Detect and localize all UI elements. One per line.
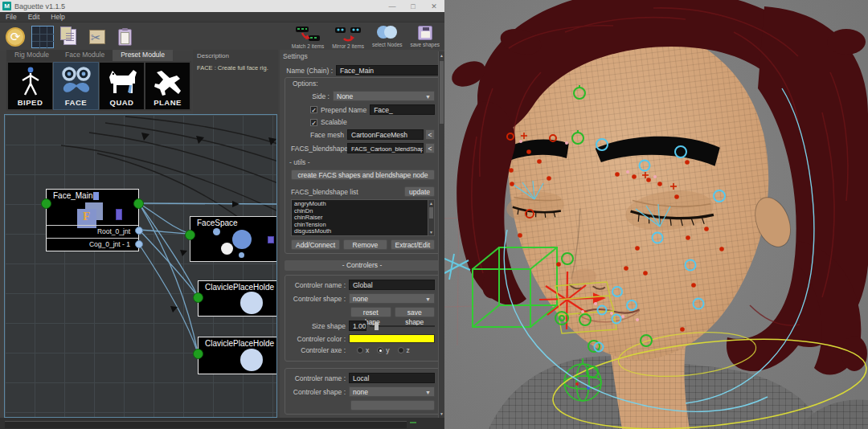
controller-shape-dropdown[interactable]: none▼ (349, 386, 435, 397)
face-mesh-input[interactable]: CartoonFaceMesh (347, 129, 424, 140)
node-clavicle-1[interactable]: ClaviclePlaceHolde (198, 280, 277, 317)
facs-blendshape-list[interactable]: angryMouth chinDn chinRaiser chinTension… (291, 199, 435, 236)
settings-header: Settings (280, 50, 444, 62)
save-shape-button[interactable]: save shape (395, 307, 436, 317)
extract-edit-button[interactable]: Extract/Edit (391, 239, 435, 250)
root-jnt-port[interactable] (135, 227, 143, 235)
facs-pick-button[interactable]: < (425, 143, 435, 153)
controller-color-swatch[interactable] (349, 334, 435, 343)
node-face-space[interactable]: FaceSpace (190, 216, 277, 262)
scroll-down-icon[interactable]: ▼ (428, 230, 434, 235)
grid-tool-button[interactable] (31, 25, 55, 49)
controller-shape-label: Controler shape : (291, 388, 349, 396)
create-facs-button[interactable]: create FACS shapes and blendshape node (291, 170, 435, 180)
controller-shape-dropdown[interactable]: none▼ (349, 293, 435, 304)
biped-icon (18, 66, 43, 98)
list-scrollbar[interactable]: ▲ ▼ (428, 200, 434, 235)
minimize-button[interactable]: — (382, 0, 403, 12)
shape-dot (240, 292, 263, 314)
cog-jnt-port[interactable] (135, 240, 143, 248)
output-port[interactable] (133, 198, 144, 209)
shape-dot (232, 230, 252, 249)
save-shapes-button[interactable]: save shapes (411, 26, 440, 47)
utils-label: - utils - (289, 158, 438, 166)
module-tabs: Rig Module Face Module Preset Module (6, 50, 191, 61)
menu-help[interactable]: Help (45, 13, 70, 21)
menu-edit[interactable]: Edit (23, 13, 46, 21)
biped-module-button[interactable]: BIPED (8, 63, 52, 109)
chevron-down-icon: ▼ (425, 387, 431, 396)
copy-button[interactable] (58, 25, 82, 49)
node-editor-canvas[interactable]: Face_Main F Root_0_jnt Cog_0_jnt - 1 Fac… (4, 114, 277, 418)
input-port[interactable] (193, 292, 203, 303)
update-button[interactable]: update (404, 186, 435, 197)
shape-dot (221, 243, 233, 255)
cut-button[interactable]: ✂ (85, 25, 109, 49)
tab-face-module[interactable]: Face Module (57, 50, 113, 61)
input-port[interactable] (41, 198, 51, 209)
node-title: FaceSpace (190, 217, 277, 227)
axe-y-radio[interactable] (377, 347, 383, 353)
slider-handle[interactable] (375, 322, 379, 330)
prepend-name-input[interactable]: Face_ (370, 104, 435, 115)
controller-name-input[interactable]: Global (349, 280, 435, 290)
reset-shape-button[interactable]: reset shape (350, 307, 391, 317)
plane-module-button[interactable]: PLANE (145, 63, 190, 109)
controller-name-label: Controler name : (291, 374, 349, 382)
list-item[interactable]: disgussMouth (292, 228, 434, 235)
title-bar: M Baguette v1.1.5 — □ ✕ (0, 0, 444, 12)
3d-viewport[interactable] (444, 0, 868, 429)
output-cog-jnt[interactable]: Cog_0_jnt - 1 (89, 240, 130, 248)
axe-y-label: y (386, 346, 389, 354)
input-port[interactable] (185, 230, 195, 240)
face-mesh-pick-button[interactable]: < (425, 129, 435, 140)
shape-dot (239, 252, 244, 258)
settings-scrollbar[interactable]: ▲ ▼ (438, 51, 444, 418)
select-nodes-button[interactable]: select Nodes (372, 26, 403, 47)
output-root-jnt[interactable]: Root_0_jnt (97, 227, 130, 235)
name-chain-input[interactable]: Face_Main (336, 65, 441, 76)
node-face-main[interactable]: Face_Main F Root_0_jnt Cog_0_jnt - 1 (46, 189, 139, 251)
node-clavicle-2[interactable]: ClaviclePlaceHolde (198, 337, 277, 374)
menu-bar: File Edit Help (0, 12, 444, 22)
controller-name-input[interactable]: Local (349, 373, 435, 383)
clipped-button[interactable] (350, 400, 435, 411)
scroll-down-icon[interactable]: ▼ (439, 411, 444, 416)
remove-button[interactable]: Remove (343, 239, 387, 250)
controllers-header: - Controlers - (285, 260, 440, 271)
size-shape-value[interactable]: 1.00 (349, 321, 366, 331)
side-label: Side : (291, 92, 333, 100)
tab-preset-module[interactable]: Preset Module (113, 50, 173, 61)
add-connect-button[interactable]: Add/Connect (291, 239, 340, 250)
list-item[interactable]: angryMouth (292, 201, 434, 207)
match-items-button[interactable]: Match 2 items (292, 26, 324, 49)
maximize-button[interactable]: □ (403, 0, 424, 12)
select-nodes-icon (377, 26, 398, 40)
shape-dot (240, 349, 263, 371)
scroll-up-icon[interactable]: ▲ (428, 201, 434, 206)
menu-file[interactable]: File (0, 13, 23, 21)
paste-button[interactable] (113, 25, 137, 49)
face-module-button[interactable]: FACE (54, 63, 98, 109)
axe-x-radio[interactable] (357, 347, 363, 353)
progress-bar (5, 421, 407, 428)
prepend-name-checkbox[interactable]: ✓ (310, 106, 317, 113)
list-item[interactable]: fearMouth (292, 235, 434, 237)
scalable-checkbox[interactable]: ✓ (310, 119, 317, 126)
axe-z-radio[interactable] (398, 347, 404, 353)
refresh-button[interactable]: ⟳ (3, 25, 27, 49)
list-item[interactable]: chinRaiser (292, 214, 434, 221)
list-item[interactable]: chinDn (292, 208, 434, 214)
description-text: FACE : Create full face rig. (193, 61, 278, 75)
facs-blendshape-input[interactable]: FACS_Cartoon_blendShape (347, 143, 424, 153)
input-port[interactable] (193, 349, 203, 359)
size-shape-slider[interactable] (370, 325, 435, 327)
scroll-up-icon[interactable]: ▲ (439, 53, 444, 58)
options-frame: Options: Side : None▼ ✓ Prepend Name Fac… (285, 77, 441, 254)
list-item[interactable]: chinTension (292, 222, 434, 228)
tab-rig-module[interactable]: Rig Module (6, 50, 57, 61)
side-dropdown[interactable]: None▼ (333, 91, 435, 101)
mirror-items-button[interactable]: Mirror 2 items (332, 26, 364, 49)
quad-module-button[interactable]: QUAD (100, 63, 144, 109)
close-button[interactable]: ✕ (424, 0, 444, 12)
